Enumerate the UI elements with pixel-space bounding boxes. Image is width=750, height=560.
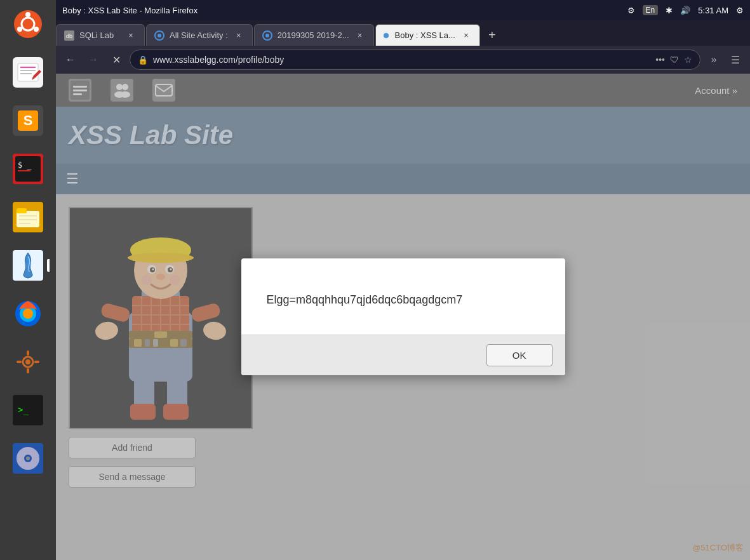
svg-text:db: db <box>66 33 72 39</box>
svg-rect-33 <box>34 361 39 363</box>
lock-icon: 🔒 <box>138 55 148 65</box>
svg-point-29 <box>25 359 30 364</box>
modal-content: Elgg=m8qqhhqu7qjd6dqc6bqagdgcm7 <box>241 258 565 335</box>
svg-rect-16 <box>18 170 30 171</box>
clock: 5:31 AM <box>698 6 728 15</box>
tab1-favicon: db <box>64 30 74 41</box>
taskbar-filemanager-icon[interactable] <box>6 196 50 239</box>
tab-profile-20199305[interactable]: 20199305 2019-2... × <box>254 24 374 46</box>
browser-window: Boby : XSS Lab Site - Mozilla Firefox ⚙ … <box>56 0 750 560</box>
svg-point-26 <box>23 309 33 319</box>
taskbar: S $ _ <box>0 0 56 560</box>
shield-icon: 🛡 <box>670 55 679 65</box>
tab1-close-button[interactable]: × <box>125 30 137 41</box>
taskbar-firefox-icon[interactable] <box>6 292 50 335</box>
modal-footer: OK <box>241 335 565 375</box>
window-title: Boby : XSS Lab Site - Mozilla Firefox <box>62 6 198 15</box>
taskbar-dvd-icon[interactable] <box>6 437 50 480</box>
back-button[interactable]: ← <box>61 50 80 69</box>
svg-rect-31 <box>27 368 29 373</box>
tab4-label: Boby : XSS La... <box>395 30 455 40</box>
os-titlebar: Boby : XSS Lab Site - Mozilla Firefox ⚙ … <box>56 0 750 20</box>
svg-point-3 <box>34 27 39 32</box>
url-bar[interactable]: 🔒 www.xsslabelgg.com/profile/boby ••• 🛡 … <box>130 50 700 70</box>
svg-point-39 <box>26 457 30 460</box>
taskbar-settings-icon[interactable] <box>6 340 50 383</box>
tab3-close-button[interactable]: × <box>354 30 366 41</box>
tab4-close-button[interactable]: × <box>460 30 472 41</box>
taskbar-terminal-icon[interactable]: $ _ <box>6 147 50 190</box>
svg-rect-19 <box>17 208 27 213</box>
tab4-dot <box>384 33 389 38</box>
taskbar-editor-icon[interactable] <box>6 51 50 94</box>
new-tab-button[interactable]: + <box>481 24 503 46</box>
svg-text:>_: >_ <box>18 404 29 415</box>
modal-message: Elgg=m8qqhhqu7qjd6dqc6bqagdgcm7 <box>267 293 463 307</box>
svg-point-43 <box>157 34 161 37</box>
tab2-close-button[interactable]: × <box>233 30 244 41</box>
reload-button[interactable]: ✕ <box>107 50 126 69</box>
svg-text:S: S <box>23 112 33 128</box>
bookmark-icon: ☆ <box>684 55 692 65</box>
url-text: www.xsslabelgg.com/profile/boby <box>153 55 650 65</box>
gear-icon: ⚙ <box>736 6 744 15</box>
taskbar-terminal2-icon[interactable]: >_ <box>6 389 50 432</box>
tab3-favicon <box>262 30 272 41</box>
tab3-label: 20199305 2019-2... <box>278 30 349 40</box>
toolbar-actions: » ☰ <box>704 50 745 69</box>
taskbar-sublime-icon[interactable]: S <box>6 99 50 142</box>
tab-sqli-lab[interactable]: db SQLi Lab × <box>56 24 145 46</box>
extensions-button[interactable]: » <box>704 50 723 69</box>
language-indicator: En <box>643 5 659 15</box>
tab-boby-xss[interactable]: Boby : XSS La... × <box>375 24 480 46</box>
url-bar-actions: ••• 🛡 ☆ <box>655 55 692 65</box>
tab-all-site-activity[interactable]: All Site Activity : × <box>146 24 253 46</box>
address-bar: ← → ✕ 🔒 www.xsslabelgg.com/profile/boby … <box>56 46 750 74</box>
svg-point-4 <box>17 27 22 32</box>
volume-icon: 🔊 <box>680 6 690 15</box>
svg-rect-32 <box>17 361 22 363</box>
tab2-label: All Site Activity : <box>170 30 228 40</box>
modal-overlay: Elgg=m8qqhhqu7qjd6dqc6bqagdgcm7 OK <box>56 74 750 560</box>
hamburger-menu-button[interactable]: ☰ <box>726 50 745 69</box>
bluetooth2-icon: ✱ <box>666 6 673 15</box>
alert-dialog: Elgg=m8qqhhqu7qjd6dqc6bqagdgcm7 OK <box>241 258 565 375</box>
more-icon: ••• <box>655 55 665 65</box>
svg-text:$ _: $ _ <box>18 161 32 170</box>
taskbar-wireshark-icon[interactable] <box>6 244 50 287</box>
bluetooth-icon: ⚙ <box>627 6 635 15</box>
svg-rect-30 <box>27 350 29 356</box>
os-system-tray: ⚙ En ✱ 🔊 5:31 AM ⚙ <box>627 5 744 15</box>
tab2-favicon <box>154 30 164 41</box>
tab-bar: db SQLi Lab × All Site Activity : × 2019… <box>56 20 750 46</box>
taskbar-ubuntu-icon[interactable] <box>6 3 50 46</box>
forward-button[interactable]: → <box>84 50 103 69</box>
webpage-content: Account » XSS Lab Site ☰ <box>56 74 750 560</box>
modal-ok-button[interactable]: OK <box>486 344 552 366</box>
svg-point-2 <box>25 12 30 17</box>
svg-rect-6 <box>18 63 38 81</box>
svg-point-45 <box>265 34 269 37</box>
tab1-label: SQLi Lab <box>79 30 120 40</box>
